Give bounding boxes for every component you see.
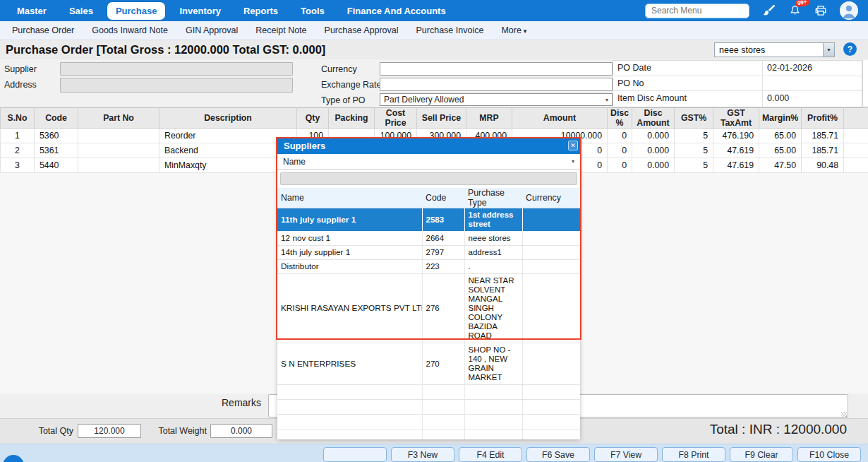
nav-item-sales[interactable]: Sales: [61, 2, 102, 20]
avatar[interactable]: [840, 1, 858, 20]
theme-brush-icon[interactable]: [761, 4, 776, 18]
column-header-gst-pct: GST%: [675, 108, 713, 129]
cell-description[interactable]: MinMaxqty: [159, 158, 297, 173]
po-no-value[interactable]: [763, 76, 862, 91]
cell-purchase-type: neee stores: [464, 232, 522, 246]
column-header-code: Code: [35, 108, 78, 129]
notifications-bell-icon[interactable]: 99+: [788, 4, 802, 18]
chevron-down-icon[interactable]: ▼: [823, 43, 834, 57]
cell-description[interactable]: Reorder: [159, 129, 297, 143]
search-input[interactable]: [645, 4, 749, 18]
column-header-purchase-type: Purchase Type: [464, 188, 522, 208]
cell-gst-pct[interactable]: 5: [675, 143, 713, 158]
cell-partno[interactable]: [78, 158, 159, 173]
currency-field[interactable]: [380, 62, 613, 76]
chevron-down-icon: ▾: [572, 158, 574, 165]
fkey-button-f7-view[interactable]: F7 View: [594, 447, 658, 462]
po-date-value[interactable]: 02-01-2026: [763, 61, 862, 76]
subnav-item-purchase-invoice[interactable]: Purchase Invoice: [416, 25, 483, 35]
cell-partno[interactable]: [78, 129, 159, 143]
cell-profit-pct[interactable]: 90.48: [802, 158, 844, 173]
supplier-row[interactable]: KRISHI RASAYAN EXPORTS PVT LTD-HR 276 NE…: [277, 274, 580, 343]
cell-disc-amount[interactable]: 0.000: [632, 143, 675, 158]
fkey-button-f4-edit[interactable]: F4 Edit: [459, 447, 522, 462]
cell-margin-pct[interactable]: 65.00: [759, 143, 802, 158]
nav-item-reports[interactable]: Reports: [235, 2, 287, 20]
cell-currency: [522, 343, 580, 385]
fkey-button-f9-clear[interactable]: F9 Clear: [730, 447, 793, 462]
cell-partno[interactable]: [78, 143, 159, 158]
subnav-item-more[interactable]: More▾: [501, 25, 526, 35]
cell-disc-pct[interactable]: 0: [608, 143, 632, 158]
fkey-button-blank[interactable]: [323, 447, 387, 462]
cell-disc-pct[interactable]: 0: [608, 129, 632, 143]
address-field: [60, 78, 293, 93]
resize-handle-icon[interactable]: [841, 412, 847, 417]
cell-margin-pct[interactable]: 47.50: [759, 158, 802, 173]
subnav-item-gin-approval[interactable]: GIN Approval: [186, 25, 238, 35]
nav-item-inventory[interactable]: Inventory: [171, 2, 229, 20]
remarks-label: Remarks: [169, 397, 261, 408]
address-label: Address: [4, 80, 37, 90]
cell-gst-taxamt[interactable]: 47.619: [713, 158, 759, 173]
title-bar: Purchase Order [Total Gross : 12000.000 …: [0, 40, 868, 59]
supplier-row[interactable]: S N ENTERPRISES 270 SHOP NO - 140 , NEW …: [277, 343, 580, 385]
help-icon[interactable]: ?: [843, 42, 857, 56]
item-disc-amount-value[interactable]: 0.000: [763, 91, 862, 107]
cell-profit-pct[interactable]: 185.71: [802, 143, 844, 158]
cell-code[interactable]: 5440: [35, 158, 78, 173]
nav-item-purchase[interactable]: Purchase: [107, 2, 166, 20]
exchange-rate-field[interactable]: [380, 78, 613, 91]
supplier-row[interactable]: Distributor 223 .: [277, 260, 580, 274]
cell-name: 12 nov cust 1: [277, 232, 422, 246]
supplier-row[interactable]: 14th july supplier 1 2797 address1: [277, 246, 580, 260]
column-header-margin-pct: Margin%: [759, 108, 802, 129]
cell-name: S N ENTERPRISES: [277, 343, 422, 385]
total-weight-field[interactable]: [210, 424, 272, 438]
scroll-strip: [862, 60, 868, 106]
cell-gst-pct[interactable]: 5: [675, 158, 713, 173]
cell-description[interactable]: Backend: [159, 143, 297, 158]
nav-item-tools[interactable]: Tools: [292, 2, 333, 20]
cell-disc-pct[interactable]: 0: [608, 158, 632, 173]
supplier-row-selected[interactable]: 11th july supplier 1 2583 1st address st…: [277, 208, 580, 232]
fkey-button-f6-save[interactable]: F6 Save: [526, 447, 590, 462]
supplier-row[interactable]: 12 nov cust 1 2664 neee stores: [277, 232, 580, 246]
fkey-button-f3-new[interactable]: F3 New: [391, 447, 454, 462]
subnav-item-purchase-approval[interactable]: Purchase Approval: [325, 25, 399, 35]
cell-disc-amount[interactable]: 0.000: [632, 129, 675, 143]
subnav-item-receipt-note[interactable]: Receipt Note: [255, 25, 306, 35]
suppliers-header-row: Name Code Purchase Type Currency: [277, 188, 580, 208]
column-header-currency: Currency: [522, 188, 580, 208]
nav-item-finance-and-accounts[interactable]: Finance And Accounts: [339, 2, 454, 20]
type-of-po-label: Type of PO: [321, 95, 366, 105]
close-icon[interactable]: ✕: [568, 141, 578, 150]
nav-item-master[interactable]: Master: [8, 2, 55, 20]
cell-gst-pct[interactable]: 5: [675, 129, 713, 143]
cell-profit-pct[interactable]: 185.71: [802, 129, 844, 143]
purchase-sub-nav: Purchase Order Goods Inward Note GIN App…: [0, 21, 868, 40]
cell-gst-taxamt[interactable]: 476.190: [713, 129, 759, 143]
cell-gst-taxamt[interactable]: 47.619: [713, 143, 759, 158]
cell-sno: 1: [1, 129, 35, 143]
store-selector[interactable]: neee stores ▼: [714, 42, 835, 57]
cell-disc-amount[interactable]: 0.000: [632, 158, 675, 173]
fkey-button-f10-close[interactable]: F10 Close: [797, 447, 861, 462]
cell-truncated: [844, 143, 868, 158]
cell-code[interactable]: 5360: [35, 129, 78, 143]
fkey-button-f8-print[interactable]: F8 Print: [662, 447, 725, 462]
cell-code[interactable]: 5361: [35, 143, 78, 158]
print-icon[interactable]: [814, 4, 828, 18]
grand-total: Total : INR : 12000.000: [710, 422, 847, 437]
type-of-po-value: Part Delivery Allowed: [384, 95, 464, 105]
type-of-po-select[interactable]: Part Delivery Allowed ▾: [380, 93, 613, 106]
column-header-amount: Amount: [512, 108, 608, 129]
subnav-item-purchase-order[interactable]: Purchase Order: [12, 25, 74, 35]
cell-margin-pct[interactable]: 65.00: [759, 129, 802, 143]
name-filter-select[interactable]: Name ▾: [277, 154, 580, 170]
supplier-search-input[interactable]: [280, 172, 577, 185]
cell-name: 14th july supplier 1: [277, 246, 422, 260]
subnav-item-goods-inward-note[interactable]: Goods Inward Note: [92, 25, 168, 35]
chevron-down-icon: ▾: [605, 97, 608, 103]
column-header-packing: Packing: [329, 108, 375, 129]
